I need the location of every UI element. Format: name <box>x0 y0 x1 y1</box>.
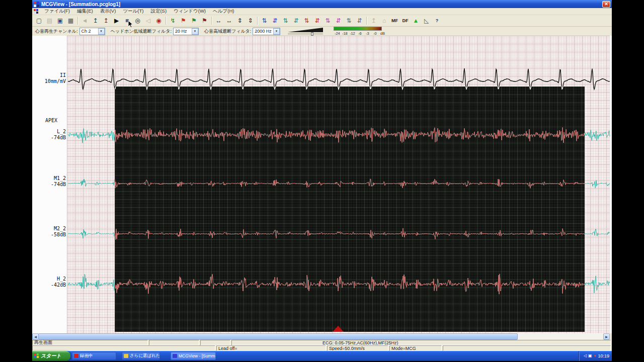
toolbar: ▢▤▣▦◄↥↥▶■◎◁◉↯⚑⚑⚑↔↔⇕⇕⇅⇵⇅⇵⇅⇵⇅⇵⇅⇵↥⌂MFDF▲◺? <box>32 15 612 27</box>
flag-end-button[interactable]: ⚑ <box>199 16 210 26</box>
menu-item-2[interactable]: 表示(V) <box>97 8 120 14</box>
channel-label: H_2 <box>32 276 66 282</box>
channel-label: L_2 <box>32 129 66 134</box>
meter-tick-label: dB <box>379 31 386 36</box>
df-filter-button[interactable]: DF <box>400 16 411 26</box>
save-file-button[interactable]: ▣ <box>55 16 65 26</box>
gain-up-red-button[interactable]: ⇅ <box>301 16 312 26</box>
playback-channel-label: 心音再生チャンネル: <box>35 28 78 35</box>
nav-back-button[interactable]: ◄ <box>79 16 90 26</box>
volume-slider-thumb[interactable] <box>311 32 313 36</box>
tray-icon-0[interactable]: ◁ <box>584 354 587 358</box>
gain-down-gray-button[interactable]: ⇵ <box>354 16 365 26</box>
h-expand-wide-button[interactable]: ↔ <box>224 16 234 26</box>
scroll-right-button[interactable]: ▶ <box>603 333 610 340</box>
sound-marker-button[interactable]: ◉ <box>153 16 164 26</box>
taskbar-item-2[interactable]: MCGView - [Summat... <box>171 352 216 360</box>
h-expand-narrow-button[interactable]: ↔ <box>213 16 224 26</box>
status-mode: Mode=MCG <box>389 345 442 351</box>
meter-tick-label: -24 <box>334 31 341 36</box>
gain-down-magenta-button[interactable]: ⇵ <box>333 16 344 26</box>
mf-filter-button[interactable]: MF <box>389 16 400 26</box>
lowcut-filter-select[interactable]: 20 Hz ▼ <box>173 28 199 35</box>
chevron-down-icon[interactable]: ▼ <box>273 28 280 35</box>
taskbar-item-1[interactable]: さらに選ばれたもの <box>122 352 160 360</box>
start-button[interactable]: スタート <box>32 351 70 361</box>
menu-item-4[interactable]: 設定(S) <box>147 8 170 14</box>
open-file-button[interactable]: ▤ <box>44 16 55 26</box>
auto-run-button[interactable]: ↯ <box>168 16 178 26</box>
menu-item-0[interactable]: ファイル(F) <box>41 8 73 14</box>
status-lead-off: Lead off= <box>216 345 326 351</box>
play-button[interactable]: ▶ <box>111 16 122 26</box>
gain-up-teal-button[interactable]: ⇅ <box>280 16 291 26</box>
system-tray: ◁▣● 10:19 <box>579 351 612 361</box>
flag-start-button[interactable]: ⚑ <box>178 16 189 26</box>
tool-up-button[interactable]: ↥ <box>368 16 379 26</box>
slope-tool-button[interactable]: ◺ <box>421 16 432 26</box>
task-item-icon <box>74 354 78 358</box>
meter-tick-label: -3 <box>364 31 371 36</box>
level-meter-scale: -24-18-12-6-3-0dB <box>334 31 386 36</box>
gain-up-gray-button[interactable]: ⇅ <box>344 16 354 26</box>
tray-icon-1[interactable]: ▣ <box>588 354 592 358</box>
title-bar: MCGView - [Summation.pcglog1] ✕ <box>32 0 612 8</box>
channel-label: M2_2 <box>32 226 66 231</box>
volume-wedge-icon <box>288 28 323 32</box>
gain-down-blue-button[interactable]: ⇵ <box>270 16 280 26</box>
ecg-scale-label: 10mm/mV <box>32 78 66 84</box>
filter-settings-bar: 心音再生チャンネル: Ch 2 ▼ ヘッドホン低域遮断フィルタ: 20 Hz ▼… <box>32 27 612 36</box>
zoom-tool-button[interactable]: ◎ <box>132 16 143 26</box>
waveform-chart[interactable]: II 10mm/mV APEX L_2 -74dB M1_2 -74dB M2_… <box>32 36 612 333</box>
ecg-lead-label: II <box>32 72 66 78</box>
gain-up-blue-button[interactable]: ⇅ <box>259 16 270 26</box>
taskbar-item-0[interactable]: 録画中 <box>72 352 116 360</box>
menu-item-5[interactable]: ウィンドウ(W) <box>170 8 209 14</box>
meter-tick-label: -6 <box>356 31 364 36</box>
toolbar-separator <box>77 17 78 25</box>
toolbar-separator <box>257 17 258 25</box>
volume-slider[interactable] <box>288 27 324 35</box>
meter-tick-label: -0 <box>371 31 379 36</box>
position-marker[interactable] <box>333 326 344 332</box>
v-scale-1-button[interactable]: ⇕ <box>234 16 245 26</box>
gain-down-red-button[interactable]: ⇵ <box>312 16 323 26</box>
waveform-traces <box>32 36 612 333</box>
status-speed: Speed=50.0mm/s <box>327 345 388 351</box>
menu-item-3[interactable]: ツール(T) <box>119 8 147 14</box>
highcut-filter-select[interactable]: 2000 Hz ▼ <box>253 28 280 35</box>
level-meter: -24-18-12-6-3-0dB <box>334 27 386 36</box>
close-button[interactable]: ✕ <box>602 1 610 8</box>
audio-play-button[interactable]: ◁ <box>143 16 153 26</box>
horizontal-scrollbar[interactable]: ◀ ▶ <box>32 333 610 340</box>
flag-mid-button[interactable]: ⚑ <box>189 16 199 26</box>
chevron-down-icon[interactable]: ▼ <box>98 28 105 35</box>
chevron-down-icon[interactable]: ▼ <box>192 28 198 35</box>
tray-icon-2[interactable]: ● <box>594 354 596 358</box>
playback-channel-select[interactable]: Ch 2 ▼ <box>79 28 105 35</box>
v-scale-2-button[interactable]: ⇕ <box>245 16 256 26</box>
clock: 10:19 <box>598 353 609 358</box>
new-file-button[interactable]: ▢ <box>34 16 44 26</box>
body-marker-button[interactable]: ▲ <box>411 16 421 26</box>
site-label: APEX <box>32 118 57 123</box>
marker-up-2-button[interactable]: ↥ <box>101 16 111 26</box>
channel-gain: -74dB <box>32 135 66 140</box>
menu-item-6[interactable]: ヘルプ(H) <box>209 8 237 14</box>
task-item-icon <box>124 354 128 358</box>
gain-down-teal-button[interactable]: ⇵ <box>291 16 301 26</box>
help-button[interactable]: ? <box>432 16 442 26</box>
print-button[interactable]: ▦ <box>65 16 76 26</box>
scrollbar-thumb[interactable] <box>38 333 518 340</box>
marker-up-1-button[interactable]: ↥ <box>90 16 101 26</box>
menu-item-1[interactable]: 編集(E) <box>73 8 97 14</box>
windows-logo-icon <box>34 353 39 358</box>
status-blank-panel <box>200 340 230 345</box>
tool-home-button[interactable]: ⌂ <box>379 16 389 26</box>
meter-tick-label: -18 <box>341 31 349 36</box>
channel-gain: -42dB <box>32 282 66 288</box>
menu-bar: ファイル(F)編集(E)表示(V)ツール(T)設定(S)ウィンドウ(W)ヘルプ(… <box>32 8 612 15</box>
mouse-cursor <box>128 20 134 29</box>
status-blank-panel <box>149 340 199 345</box>
gain-up-magenta-button[interactable]: ⇅ <box>323 16 333 26</box>
